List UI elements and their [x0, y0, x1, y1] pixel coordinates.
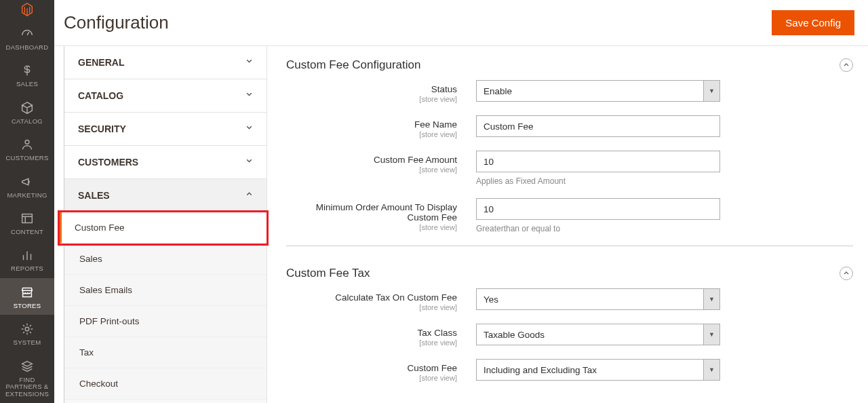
config-form: Custom Fee Configuration Status [store v… — [267, 46, 868, 403]
svg-rect-1 — [22, 214, 33, 223]
nav-label: DASHBOARD — [6, 44, 49, 51]
nav-item-find-partners-extensions[interactable]: FIND PARTNERS & EXTENSIONS — [0, 352, 54, 403]
collapse-icon[interactable] — [840, 58, 853, 72]
config-group-label: SALES — [78, 190, 110, 201]
nav-label: CATALOG — [12, 118, 43, 125]
nav-label: SALES — [16, 81, 38, 88]
nav-item-content[interactable]: CONTENT — [0, 204, 54, 241]
custom-fee-amount-input[interactable] — [476, 151, 720, 172]
field-label-tax-class: Tax Class — [417, 328, 457, 338]
nav-label: REPORTS — [11, 265, 43, 272]
scope-label: [store view] — [286, 374, 457, 382]
save-config-button[interactable]: Save Config — [772, 10, 854, 35]
nav-item-customers[interactable]: CUSTOMERS — [0, 130, 54, 167]
config-sub-checkout[interactable]: Checkout — [64, 368, 267, 400]
section-title: Custom Fee Tax — [286, 267, 370, 280]
scope-label: [store view] — [286, 339, 457, 347]
config-sub-pdf-print-outs[interactable]: PDF Print-outs — [64, 306, 267, 337]
scope-label: [store view] — [286, 303, 457, 311]
section-header-custom-fee-config[interactable]: Custom Fee Configuration — [286, 58, 853, 80]
help-text: Applies as Fixed Amount — [476, 176, 720, 186]
field-label-min-order: Minimum Order Amount To Display Custom F… — [316, 202, 457, 223]
section-title: Custom Fee Configuration — [286, 58, 420, 72]
field-label-custom-fee-display: Custom Fee — [407, 363, 457, 373]
scope-label: [store view] — [286, 223, 457, 231]
nav-item-reports[interactable]: REPORTS — [0, 241, 54, 277]
status-select[interactable]: Enable ▼ — [476, 80, 720, 102]
config-tabs-sidebar: GENERALCATALOGSECURITYCUSTOMERSSALESCust… — [64, 46, 267, 403]
field-label-amount: Custom Fee Amount — [374, 155, 457, 165]
nav-label: FIND PARTNERS & EXTENSIONS — [3, 377, 52, 398]
help-text: Greaterthan or equal to — [476, 224, 720, 233]
nav-label: CONTENT — [11, 229, 43, 235]
config-group-label: GENERAL — [78, 57, 124, 68]
config-group-label: SECURITY — [78, 123, 126, 134]
megaphone-icon — [20, 174, 35, 189]
page-header: Configuration Save Config — [54, 0, 868, 46]
bars-icon — [20, 248, 35, 263]
custom-fee-display-select[interactable]: Including and Excluding Tax ▼ — [476, 359, 720, 381]
highlight-annotation: Custom Fee — [58, 210, 269, 246]
store-icon — [20, 285, 35, 300]
field-label-status: Status — [431, 84, 457, 94]
collapse-icon[interactable] — [840, 267, 853, 280]
min-order-amount-input[interactable] — [476, 198, 720, 220]
config-sub-custom-fee[interactable]: Custom Fee — [60, 212, 267, 244]
nav-item-dashboard[interactable]: DASHBOARD — [0, 20, 54, 56]
cube-icon — [20, 100, 35, 115]
gear-icon — [20, 322, 35, 337]
config-group-catalog[interactable]: CATALOG — [64, 79, 267, 113]
config-sub-tax[interactable]: Tax — [64, 337, 267, 368]
calc-tax-select[interactable]: Yes ▼ — [476, 288, 720, 310]
config-group-general[interactable]: GENERAL — [64, 46, 267, 79]
chevron-down-icon: ▼ — [703, 81, 719, 101]
chevron-up-icon — [245, 191, 253, 200]
tax-class-select[interactable]: Taxable Goods ▼ — [476, 324, 720, 345]
nav-item-marketing[interactable]: MARKETING — [0, 168, 54, 204]
config-sub-sales[interactable]: Sales — [64, 244, 267, 275]
nav-label: SYSTEM — [14, 339, 41, 346]
config-group-label: CUSTOMERS — [78, 157, 138, 168]
chevron-down-icon — [245, 157, 253, 167]
person-icon — [20, 137, 35, 152]
scope-label: [store view] — [286, 95, 457, 103]
config-group-customers[interactable]: CUSTOMERS — [64, 146, 267, 179]
config-group-sales[interactable]: SALES — [64, 179, 267, 212]
field-label-calc-tax: Calculate Tax On Custom Fee — [335, 292, 457, 303]
chevron-down-icon — [245, 91, 253, 100]
admin-sidebar: DASHBOARDSALESCATALOGCUSTOMERSMARKETINGC… — [0, 0, 54, 403]
nav-label: MARKETING — [7, 192, 47, 199]
fee-name-input[interactable] — [476, 115, 720, 137]
nav-item-stores[interactable]: STORES — [0, 278, 54, 315]
dashboard-icon — [20, 26, 35, 41]
stack-icon — [20, 359, 35, 374]
dollar-icon — [20, 63, 35, 78]
config-group-security[interactable]: SECURITY — [64, 113, 267, 146]
nav-item-system[interactable]: SYSTEM — [0, 315, 54, 351]
nav-item-catalog[interactable]: CATALOG — [0, 94, 54, 130]
svg-point-2 — [25, 328, 29, 332]
nav-item-sales[interactable]: SALES — [0, 56, 54, 93]
magento-logo[interactable] — [0, 0, 54, 20]
chevron-down-icon: ▼ — [703, 324, 719, 345]
config-group-label: CATALOG — [78, 90, 123, 101]
nav-label: CUSTOMERS — [5, 155, 48, 161]
layout-icon — [20, 211, 35, 226]
chevron-down-icon: ▼ — [703, 360, 719, 380]
scope-label: [store view] — [286, 166, 457, 174]
section-divider — [286, 246, 853, 246]
field-label-fee-name: Fee Name — [414, 119, 457, 130]
scope-label: [store view] — [286, 130, 457, 138]
config-sub-sales-emails[interactable]: Sales Emails — [64, 275, 267, 306]
chevron-down-icon: ▼ — [703, 289, 719, 309]
section-header-custom-fee-tax[interactable]: Custom Fee Tax — [286, 267, 853, 288]
svg-point-0 — [25, 140, 29, 144]
chevron-down-icon — [245, 58, 253, 67]
nav-label: STORES — [14, 303, 41, 309]
page-title: Configuration — [64, 12, 169, 33]
chevron-down-icon — [245, 124, 253, 134]
